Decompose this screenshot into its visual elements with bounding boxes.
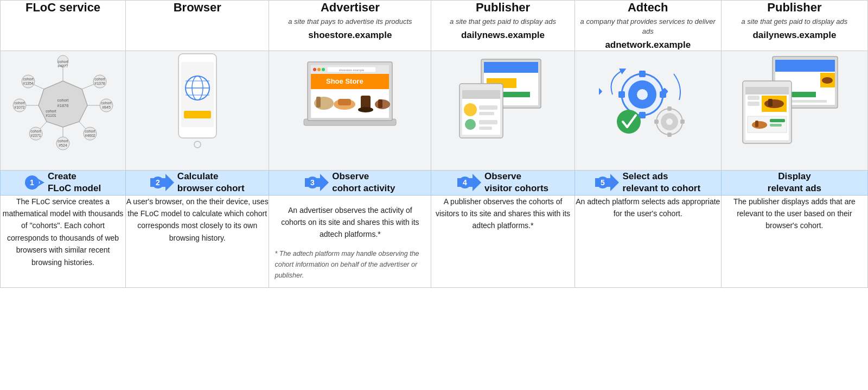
step6-line1: Display bbox=[778, 171, 810, 181]
svg-rect-79 bbox=[479, 127, 492, 130]
svg-rect-44 bbox=[184, 111, 211, 118]
svg-point-52 bbox=[322, 68, 325, 71]
step3-line1: Observe bbox=[332, 171, 369, 181]
step-number-4-badge: 4 bbox=[457, 173, 481, 192]
step-row: 1 Create FLoC model 2 Calculate browser … bbox=[1, 171, 868, 195]
desc-adtech-text: An adtech platform selects ads appropria… bbox=[576, 197, 720, 218]
svg-rect-68 bbox=[484, 62, 538, 73]
header-domain-publisher2: dailynews.example bbox=[722, 30, 867, 41]
step5-line2: relevant to cohort bbox=[622, 183, 700, 193]
step-cell-1: 1 Create FLoC model bbox=[1, 171, 126, 195]
svg-point-45 bbox=[194, 141, 201, 148]
header-adtech: Adtech a company that provides services … bbox=[575, 1, 721, 51]
header-subtitle-advertiser: a site that pays to advertise its produc… bbox=[269, 17, 431, 27]
header-publisher1: Publisher a site that gets paid to displ… bbox=[431, 1, 575, 51]
svg-rect-59 bbox=[316, 97, 321, 108]
svg-rect-78 bbox=[479, 120, 497, 124]
svg-point-82 bbox=[637, 89, 648, 100]
header-subtitle-publisher1: a site that gets paid to display ads bbox=[431, 17, 574, 27]
svg-text:cohort: cohort bbox=[58, 139, 68, 143]
step1-line1: Create bbox=[48, 171, 76, 181]
svg-text:cohort: cohort bbox=[46, 109, 56, 113]
header-title-browser: Browser bbox=[126, 1, 269, 15]
svg-rect-94 bbox=[680, 119, 685, 124]
header-domain-advertiser: shoestore.example bbox=[269, 30, 431, 41]
svg-point-51 bbox=[317, 68, 321, 71]
header-subtitle-adtech: a company that provides services to deli… bbox=[575, 17, 721, 36]
svg-text:Shoe Store: Shoe Store bbox=[326, 77, 363, 85]
svg-rect-115 bbox=[755, 121, 758, 127]
header-browser: Browser bbox=[126, 1, 269, 51]
svg-text:cohort: cohort bbox=[94, 77, 105, 81]
illus-advertiser: shoestore.example Shoe Store bbox=[269, 51, 431, 171]
svg-point-63 bbox=[358, 107, 373, 112]
svg-rect-110 bbox=[768, 99, 773, 106]
illus-adtech bbox=[575, 51, 721, 171]
publisher2-svg bbox=[740, 51, 848, 149]
svg-text:#524: #524 bbox=[59, 143, 67, 147]
illus-publisher1 bbox=[431, 51, 575, 171]
shoe-store-svg: shoestore.example Shoe Store bbox=[296, 51, 404, 149]
step6-line2: relevant ads bbox=[768, 183, 821, 193]
svg-text:cohort: cohort bbox=[14, 101, 25, 105]
svg-rect-83 bbox=[639, 71, 646, 77]
svg-text:#4602: #4602 bbox=[85, 134, 95, 137]
step-cell-2: 2 Calculate browser cohort bbox=[126, 171, 269, 195]
description-row: The FLoC service creates a mathematical … bbox=[1, 195, 868, 287]
svg-rect-107 bbox=[745, 87, 789, 95]
svg-rect-95 bbox=[654, 119, 659, 124]
header-floc: FLoC service bbox=[1, 1, 126, 51]
svg-text:cohort: cohort bbox=[101, 101, 112, 105]
header-domain-adtech: adnetwork.example bbox=[575, 40, 721, 51]
desc-advertiser-text: An advertiser observes the activity of c… bbox=[281, 206, 419, 239]
svg-point-75 bbox=[465, 119, 476, 130]
svg-point-91 bbox=[666, 118, 673, 125]
svg-rect-112 bbox=[748, 102, 760, 106]
header-title-adtech: Adtech bbox=[575, 1, 721, 15]
step-number-2-badge: 2 bbox=[150, 173, 174, 192]
step-number-1-badge: 1 bbox=[25, 173, 44, 192]
desc-browser-text: A user's browser, on the their device, u… bbox=[126, 197, 269, 242]
svg-rect-61 bbox=[338, 99, 351, 105]
illustration-row: cohort #4277 cohort #1378 cohort #845 co… bbox=[1, 51, 868, 171]
desc-publisher1: A publisher observes the cohorts of visi… bbox=[431, 195, 575, 287]
svg-point-96 bbox=[617, 110, 641, 134]
svg-text:#1378: #1378 bbox=[94, 81, 105, 85]
svg-rect-84 bbox=[639, 112, 646, 118]
desc-publisher2-text: The publisher displays adds that are rel… bbox=[733, 197, 856, 230]
svg-text:#4277: #4277 bbox=[58, 64, 68, 68]
svg-text:#1101: #1101 bbox=[46, 114, 56, 117]
step4-line1: Observe bbox=[484, 171, 521, 181]
svg-text:5: 5 bbox=[601, 178, 605, 187]
footnote-advertiser: * The adtech platform may handle observi… bbox=[269, 241, 431, 287]
svg-rect-88 bbox=[599, 88, 602, 96]
svg-rect-77 bbox=[479, 112, 494, 115]
svg-text:2: 2 bbox=[156, 178, 160, 187]
svg-rect-86 bbox=[618, 91, 625, 98]
step-cell-6: Display relevant ads bbox=[721, 171, 867, 195]
svg-text:3: 3 bbox=[310, 178, 315, 187]
svg-rect-92 bbox=[667, 106, 672, 111]
step-cell-3: 3 Observe cohort activity bbox=[269, 171, 431, 195]
header-title-floc: FLoC service bbox=[1, 1, 125, 15]
svg-rect-116 bbox=[770, 119, 785, 122]
step4-line2: visitor cohorts bbox=[484, 183, 548, 193]
illus-publisher2 bbox=[721, 51, 867, 171]
svg-text:#1354: #1354 bbox=[23, 81, 34, 85]
svg-point-109 bbox=[764, 99, 784, 108]
svg-text:cohort: cohort bbox=[30, 129, 41, 133]
svg-rect-76 bbox=[479, 105, 497, 110]
svg-text:4: 4 bbox=[463, 178, 467, 187]
header-title-advertiser: Advertiser bbox=[269, 1, 431, 15]
step-number-5-badge: 5 bbox=[595, 173, 619, 192]
desc-floc: The FLoC service creates a mathematical … bbox=[1, 195, 126, 287]
svg-text:cohort: cohort bbox=[23, 77, 34, 81]
desc-browser: A user's browser, on the their device, u… bbox=[126, 195, 269, 287]
svg-text:shoestore.example: shoestore.example bbox=[339, 68, 364, 72]
svg-text:cohort: cohort bbox=[58, 98, 69, 103]
adtech-svg bbox=[599, 51, 697, 149]
svg-text:cohort: cohort bbox=[58, 60, 68, 64]
publisher1-svg bbox=[454, 51, 552, 149]
desc-publisher2: The publisher displays adds that are rel… bbox=[721, 195, 867, 287]
floc-diagram-table: FLoC service Browser Advertiser a site t… bbox=[0, 0, 868, 288]
